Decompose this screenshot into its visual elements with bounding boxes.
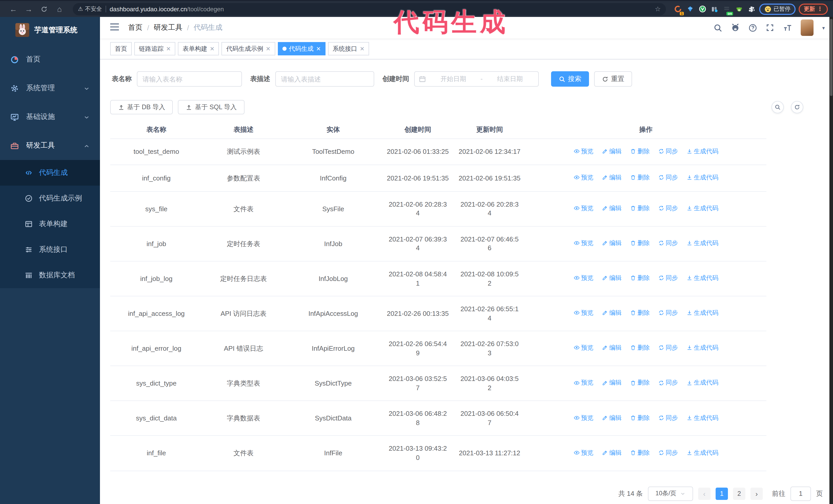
page-button-1[interactable]: 1 <box>716 487 728 500</box>
sync-link[interactable]: 同步 <box>658 147 678 155</box>
extension-gem-icon[interactable] <box>685 4 695 14</box>
delete-link[interactable]: 删除 <box>630 448 650 457</box>
fullscreen-icon[interactable] <box>766 23 775 32</box>
font-size-icon[interactable] <box>783 23 792 32</box>
generate-code-link[interactable]: 生成代码 <box>686 448 718 457</box>
breadcrumb-home[interactable]: 首页 <box>128 23 143 32</box>
preview-link[interactable]: 预览 <box>573 344 593 352</box>
page-scrollbar[interactable] <box>829 17 833 504</box>
hamburger-icon[interactable] <box>110 23 120 33</box>
insecure-warning[interactable]: ⚠ 不安全 <box>78 5 102 13</box>
sync-link[interactable]: 同步 <box>658 344 678 352</box>
reset-button[interactable]: 重置 <box>594 71 632 87</box>
sync-link[interactable]: 同步 <box>658 448 678 457</box>
tab-3[interactable]: 代码生成示例✕ <box>222 42 275 55</box>
extension-puzzle-icon[interactable] <box>747 4 756 14</box>
github-icon[interactable] <box>731 23 740 32</box>
update-chip[interactable]: 更新 ⋮ <box>799 3 828 15</box>
prev-page-button[interactable]: ‹ <box>698 487 711 500</box>
sync-link[interactable]: 同步 <box>658 309 678 317</box>
reload-icon[interactable] <box>38 3 50 15</box>
preview-link[interactable]: 预览 <box>573 274 593 282</box>
page-size-select[interactable]: 10条/页 <box>648 486 693 501</box>
close-icon[interactable]: ✕ <box>210 45 214 52</box>
delete-link[interactable]: 删除 <box>630 274 650 282</box>
delete-link[interactable]: 删除 <box>630 147 650 155</box>
sidebar-subitem-1[interactable]: 代码生成示例 <box>0 186 100 211</box>
delete-link[interactable]: 删除 <box>630 173 650 182</box>
page-button-2[interactable]: 2 <box>733 487 745 500</box>
sync-link[interactable]: 同步 <box>658 173 678 182</box>
edit-link[interactable]: 编辑 <box>601 309 622 317</box>
close-icon[interactable]: ✕ <box>316 45 320 52</box>
tab-0[interactable]: 首页 <box>110 42 132 55</box>
next-page-button[interactable]: › <box>751 487 763 500</box>
search-toggle-icon[interactable] <box>771 101 784 113</box>
extension-monkey-icon[interactable] <box>735 4 744 14</box>
delete-link[interactable]: 删除 <box>630 239 650 247</box>
preview-link[interactable]: 预览 <box>573 309 593 317</box>
tab-1[interactable]: 链路追踪✕ <box>134 42 175 55</box>
tab-5[interactable]: 系统接口✕ <box>328 42 369 55</box>
edit-link[interactable]: 编辑 <box>601 379 622 387</box>
sidebar-item-2[interactable]: 基础设施 <box>0 102 100 131</box>
sidebar-subitem-4[interactable]: 数据库文档 <box>0 263 100 288</box>
delete-link[interactable]: 删除 <box>630 204 650 212</box>
search-button[interactable]: 搜索 <box>551 71 589 87</box>
search-icon[interactable] <box>714 23 722 32</box>
sync-link[interactable]: 同步 <box>658 274 678 282</box>
preview-link[interactable]: 预览 <box>573 147 593 155</box>
generate-code-link[interactable]: 生成代码 <box>686 413 718 422</box>
delete-link[interactable]: 删除 <box>630 309 650 317</box>
sidebar-item-3[interactable]: 研发工具 <box>0 131 100 160</box>
sidebar-item-0[interactable]: 首页 <box>0 45 100 74</box>
import-db-button[interactable]: 基于 DB 导入 <box>110 100 173 114</box>
help-icon[interactable] <box>748 23 757 32</box>
generate-code-link[interactable]: 生成代码 <box>686 309 718 317</box>
caret-down-icon[interactable]: ▾ <box>822 25 825 30</box>
home-icon[interactable]: ⌂ <box>53 3 66 15</box>
table-desc-input[interactable] <box>275 71 374 87</box>
sync-link[interactable]: 同步 <box>658 413 678 422</box>
sidebar-item-1[interactable]: 系统管理 <box>0 74 100 102</box>
delete-link[interactable]: 删除 <box>630 413 650 422</box>
tab-2[interactable]: 表单构建✕ <box>178 42 219 55</box>
scrollbar-thumb[interactable] <box>830 19 832 96</box>
extension-green-check-icon[interactable] <box>698 4 707 14</box>
generate-code-link[interactable]: 生成代码 <box>686 344 718 352</box>
back-icon[interactable]: ← <box>7 3 20 15</box>
preview-link[interactable]: 预览 <box>573 413 593 422</box>
address-bar[interactable]: ⚠ 不安全 dashboard.yudao.iocoder.cn/tool/co… <box>73 3 666 15</box>
delete-link[interactable]: 删除 <box>630 344 650 352</box>
sync-link[interactable]: 同步 <box>658 379 678 387</box>
browser-menu-icon[interactable]: ⋮ <box>817 6 823 12</box>
generate-code-link[interactable]: 生成代码 <box>686 173 718 182</box>
table-name-input[interactable] <box>137 71 242 87</box>
generate-code-link[interactable]: 生成代码 <box>686 379 718 387</box>
edit-link[interactable]: 编辑 <box>601 413 622 422</box>
generate-code-link[interactable]: 生成代码 <box>686 204 718 212</box>
edit-link[interactable]: 编辑 <box>601 448 622 457</box>
edit-link[interactable]: 编辑 <box>601 147 622 155</box>
edit-link[interactable]: 编辑 <box>601 344 622 352</box>
generate-code-link[interactable]: 生成代码 <box>686 239 718 247</box>
sidebar-subitem-3[interactable]: 系统接口 <box>0 237 100 263</box>
preview-link[interactable]: 预览 <box>573 204 593 212</box>
tab-4[interactable]: 代码生成✕ <box>278 42 325 55</box>
edit-link[interactable]: 编辑 <box>601 204 622 212</box>
sync-link[interactable]: 同步 <box>658 239 678 247</box>
extension-columns-icon[interactable] <box>710 4 719 14</box>
close-icon[interactable]: ✕ <box>360 45 364 52</box>
preview-link[interactable]: 预览 <box>573 173 593 182</box>
bookmark-star-icon[interactable]: ☆ <box>655 5 661 13</box>
goto-page-input[interactable] <box>790 486 811 501</box>
paused-chip[interactable]: 已暂停 <box>759 3 795 15</box>
sidebar-subitem-2[interactable]: 表单构建 <box>0 211 100 237</box>
logo-row[interactable]: 芋道管理系统 <box>0 17 100 42</box>
preview-link[interactable]: 预览 <box>573 448 593 457</box>
edit-link[interactable]: 编辑 <box>601 239 622 247</box>
forward-icon[interactable]: → <box>23 3 35 15</box>
sidebar-subitem-0[interactable]: 代码生成 <box>0 160 100 186</box>
breadcrumb-dev-tools[interactable]: 研发工具 <box>154 23 183 32</box>
preview-link[interactable]: 预览 <box>573 239 593 247</box>
